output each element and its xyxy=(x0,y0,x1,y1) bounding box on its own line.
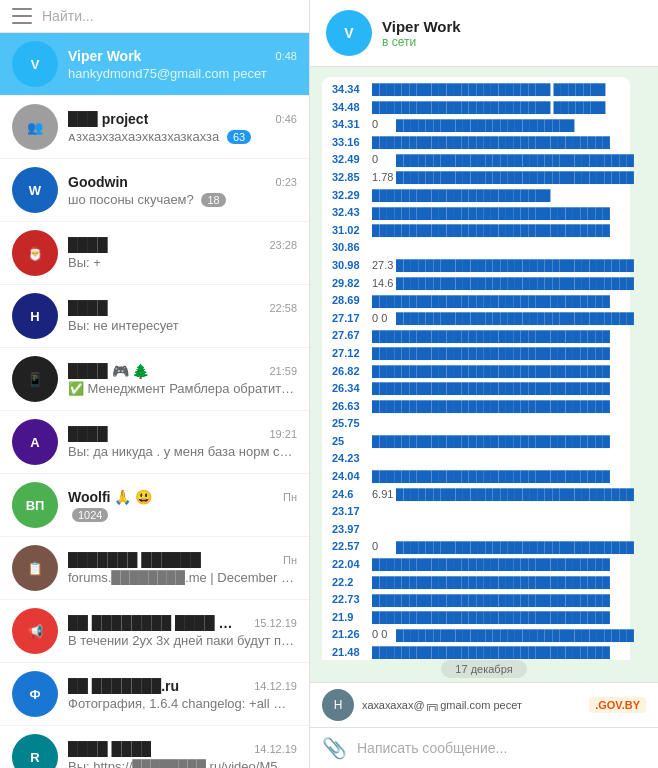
message-bubble: 34.34████████████████████████ ███████34.… xyxy=(322,77,630,660)
bottom-avatar: Н xyxy=(322,689,354,721)
chat-item[interactable]: H████22:58Вы: не интересует xyxy=(0,285,309,348)
chat-time: 0:46 xyxy=(276,113,297,125)
chat-header-info: Viper Work в сети xyxy=(382,18,642,49)
chat-preview: В течении 2ух 3х дней паки будут перезал… xyxy=(68,633,297,648)
data-line: 21.260 0████████████████████████████████ xyxy=(332,626,620,644)
chat-header-status: в сети xyxy=(382,35,642,49)
chat-info: ██ ████████ ████ ████████15.12.19В течен… xyxy=(68,615,297,648)
chat-item[interactable]: А████19:21Вы: да никуда . у меня база но… xyxy=(0,411,309,474)
data-line: 21.9████████████████████████████████ xyxy=(332,609,620,627)
chat-time: 15.12.19 xyxy=(254,617,297,629)
messages-area: 34.34████████████████████████ ███████34.… xyxy=(310,67,658,660)
chat-time: 0:48 xyxy=(276,50,297,62)
chat-time: 14.12.19 xyxy=(254,680,297,692)
chat-item[interactable]: WGoodwin0:23шо посоны скучаем? 18 xyxy=(0,159,309,222)
chat-name: Woolfi 🙏 😃 xyxy=(68,489,152,505)
data-line: 22.04████████████████████████████████ xyxy=(332,556,620,574)
chat-item[interactable]: ВПWoolfi 🙏 😃Пн 1024 xyxy=(0,474,309,537)
chat-preview: hankydmond75@gmail.com ресет xyxy=(68,66,297,81)
chat-item[interactable]: 📢██ ████████ ████ ████████15.12.19В тече… xyxy=(0,600,309,663)
chat-item[interactable]: 👥███ project0:46ᴀзхаэхзахаэхказхазкахза … xyxy=(0,96,309,159)
data-line: 27.67████████████████████████████████ xyxy=(332,327,620,345)
message-input[interactable] xyxy=(357,740,646,756)
chat-preview: ✅ Менеджмент Рамблера обратится к правоо… xyxy=(68,381,297,396)
chat-info: ████ 🎮 🌲21:59✅ Менеджмент Рамблера обрат… xyxy=(68,363,297,396)
data-line: 24.04████████████████████████████████ xyxy=(332,468,620,486)
chat-preview: 1024 xyxy=(68,507,297,522)
chat-item[interactable]: 🎅████23:28Вы: + xyxy=(0,222,309,285)
data-line: 22.570████████████████████████████████ xyxy=(332,538,620,556)
chat-info: ████19:21Вы: да никуда . у меня база нор… xyxy=(68,426,297,459)
chat-name: ███ project xyxy=(68,111,148,127)
data-line: 21.48████████████████████████████████ xyxy=(332,644,620,660)
data-line: 29.8214.6███████████████████████████████… xyxy=(332,275,620,293)
chat-item[interactable]: 📱████ 🎮 🌲21:59✅ Менеджмент Рамблера обра… xyxy=(0,348,309,411)
chat-name: ██ ████████ ████ ████████ xyxy=(68,615,238,631)
chat-info: ████ ████14.12.19Вы: https://████████.ru… xyxy=(68,741,297,769)
data-line: 26.63████████████████████████████████ xyxy=(332,398,620,416)
header-avatar: V xyxy=(326,10,372,56)
chat-preview: Вы: не интересует xyxy=(68,318,297,333)
chat-name: ████ 🎮 🌲 xyxy=(68,363,149,379)
chat-item[interactable]: 📋███████ ██████Пнforums.████████.me | De… xyxy=(0,537,309,600)
chat-preview: Вы: да никуда . у меня база норм сейчас … xyxy=(68,444,297,459)
input-area: 📎 xyxy=(310,727,658,768)
chat-header: V Viper Work в сети xyxy=(310,0,658,67)
data-line: 23.17 xyxy=(332,503,620,521)
chat-info: Goodwin0:23шо посоны скучаем? 18 xyxy=(68,174,297,207)
data-line: 23.97 xyxy=(332,521,620,539)
chat-preview: Фотография, 1.6.4 changelog: +all method… xyxy=(68,696,297,711)
chat-info: Woolfi 🙏 😃Пн 1024 xyxy=(68,489,297,522)
data-line: 32.851.78███████████████████████████████… xyxy=(332,169,620,187)
data-line: 24.23 xyxy=(332,450,620,468)
chat-item[interactable]: VViper Work0:48hankydmond75@gmail.com ре… xyxy=(0,33,309,96)
search-input[interactable] xyxy=(42,8,297,24)
chat-item[interactable]: R████ ████14.12.19Вы: https://████████.r… xyxy=(0,726,309,768)
data-line: 31.02████████████████████████████████ xyxy=(332,222,620,240)
chat-time: Пн xyxy=(283,491,297,503)
avatar: Ф xyxy=(12,671,58,717)
chat-info: ████23:28Вы: + xyxy=(68,237,297,270)
chat-preview: Вы: + xyxy=(68,255,297,270)
data-line: 34.34████████████████████████ ███████ xyxy=(332,81,620,99)
attach-icon[interactable]: 📎 xyxy=(322,736,347,760)
chat-name: ███████ ██████ xyxy=(68,552,201,568)
data-line: 22.2████████████████████████████████ xyxy=(332,574,620,592)
avatar: H xyxy=(12,293,58,339)
data-line: 33.16████████████████████████████████ xyxy=(332,134,620,152)
left-panel: VViper Work0:48hankydmond75@gmail.com ре… xyxy=(0,0,310,768)
avatar: ВП xyxy=(12,482,58,528)
data-line: 25.75 xyxy=(332,415,620,433)
chat-preview: ᴀзхаэхзахаэхказхазкахза 63 xyxy=(68,129,297,144)
chat-info: ████22:58Вы: не интересует xyxy=(68,300,297,333)
chat-item[interactable]: Ф██ ███████.ru14.12.19Фотография, 1.6.4 … xyxy=(0,663,309,726)
chat-time: 22:58 xyxy=(269,302,297,314)
chat-info: ██ ███████.ru14.12.19Фотография, 1.6.4 c… xyxy=(68,678,297,711)
right-panel: V Viper Work в сети 34.34███████████████… xyxy=(310,0,658,768)
chat-name: ████ xyxy=(68,237,108,253)
chat-info: ███ project0:46ᴀзхаэхзахаэхказхазкахза 6… xyxy=(68,111,297,144)
chat-name: ████ xyxy=(68,426,108,442)
chat-time: 19:21 xyxy=(269,428,297,440)
avatar: 👥 xyxy=(12,104,58,150)
avatar: 📢 xyxy=(12,608,58,654)
data-line: 26.82████████████████████████████████ xyxy=(332,363,620,381)
chat-name: ████ xyxy=(68,300,108,316)
data-line: 27.170 0████████████████████████████████ xyxy=(332,310,620,328)
data-line: 26.34████████████████████████████████ xyxy=(332,380,620,398)
bottom-preview: Н хахахахах@╔╗gmail.com ресет .GOV.BY xyxy=(310,682,658,727)
chat-name: Goodwin xyxy=(68,174,128,190)
data-line: 30.9827.3███████████████████████████████… xyxy=(332,257,620,275)
chat-preview: Вы: https://████████.ru/video/M5HF8pLaRy… xyxy=(68,759,297,769)
avatar: W xyxy=(12,167,58,213)
data-line: 32.43████████████████████████████████ xyxy=(332,204,620,222)
hamburger-menu[interactable] xyxy=(12,8,32,24)
data-line: 34.310████████████████████████ xyxy=(332,116,620,134)
data-line: 27.12████████████████████████████████ xyxy=(332,345,620,363)
data-line: 32.29████████████████████████ xyxy=(332,187,620,205)
data-line: 28.69████████████████████████████████ xyxy=(332,292,620,310)
data-line: 25████████████████████████████████ xyxy=(332,433,620,451)
chat-name: Viper Work xyxy=(68,48,141,64)
chat-header-name: Viper Work xyxy=(382,18,642,35)
bottom-preview-text: хахахахах@╔╗gmail.com ресет xyxy=(362,699,581,711)
